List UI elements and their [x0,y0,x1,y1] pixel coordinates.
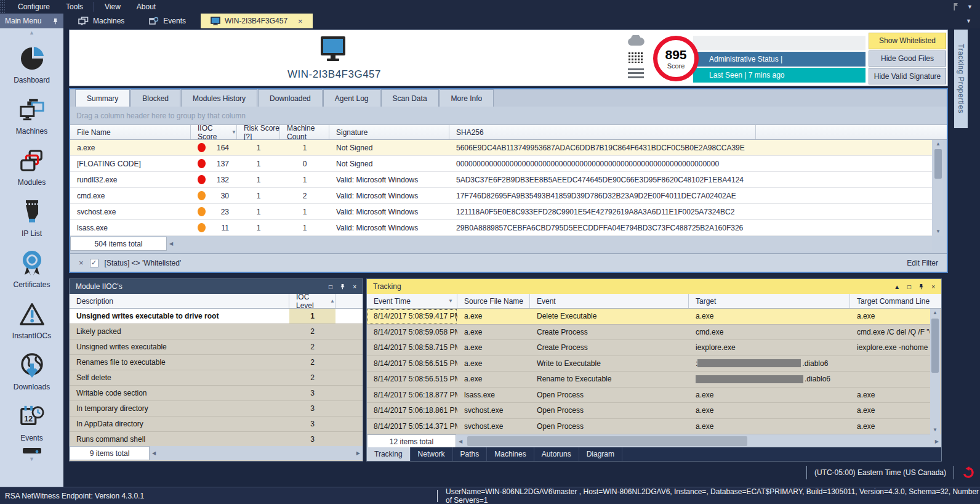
tab-machines[interactable]: Machines [68,14,134,28]
filter-checkbox[interactable]: ✓ [90,259,98,267]
table-row[interactable]: 8/14/2017 5:05:14.371 PMsvchost.exeOpen … [367,419,930,435]
maximize-icon[interactable]: □ [329,283,332,290]
scrollbar-thumb[interactable] [467,436,747,446]
column-header-file-name[interactable]: File Name [70,125,191,139]
tracking-tab-machines[interactable]: Machines [487,447,534,461]
scrollbar-thumb[interactable] [934,149,942,179]
table-row[interactable]: 8/14/2017 5:08:58.715 PMa.exeCreate Proc… [367,340,930,356]
table-row[interactable]: rundll32.exe13211Valid: Microsoft Window… [70,172,932,188]
table-row[interactable]: Writable code section3 [70,386,363,401]
sidebar-scroll-up-icon[interactable]: ▲ [29,28,34,37]
edit-filter-link[interactable]: Edit Filter [907,259,938,267]
table-row[interactable]: 8/14/2017 5:08:59.417 PMa.exeDelete Exec… [367,309,930,325]
table-row[interactable]: svchost.exe2311Valid: Microsoft Windows1… [70,204,932,220]
table-row[interactable]: Unsigned writes executable to drive root… [70,309,363,324]
scroll-left-arrow[interactable]: ◀ [456,439,465,444]
show-whitelisted-button[interactable]: Show Whitelisted [869,33,946,49]
modules-tab-modules-history[interactable]: Modules History [181,89,257,107]
scroll-right-arrow[interactable]: ▶ [933,439,941,444]
hide-good-files-button[interactable]: Hide Good Files [869,51,946,67]
main-menu-tab[interactable]: Main Menu [0,14,63,28]
administrative-status-bar[interactable]: Administrative Status | [693,52,866,67]
pin-icon[interactable] [340,283,345,290]
sidebar-item-instantiocs[interactable]: InstantIOCs [0,293,63,344]
table-row[interactable]: 8/14/2017 5:06:18.861 PMsvchost.exeOpen … [367,403,930,419]
table-row[interactable]: [FLOATING CODE]13710Not Signed0000000000… [70,156,932,172]
table-row[interactable]: Renames file to executable2 [70,355,363,370]
scroll-up-arrow[interactable]: ▲ [936,140,941,148]
sidebar-item-modules[interactable]: Modules [0,139,63,190]
tab-machine-win-2i3b4f3g457[interactable]: WIN-2I3B4F3G457 × [201,14,313,28]
table-row[interactable]: 8/14/2017 5:08:59.058 PMa.exeCreate Proc… [367,325,930,341]
collapse-icon[interactable]: ▲ [894,283,900,290]
scroll-right-arrow[interactable]: ▶ [354,450,363,456]
tracking-properties-tab[interactable]: Tracking Properties [954,30,968,128]
cloud-icon[interactable] [627,35,645,46]
tracking-tab-diagram[interactable]: Diagram [579,447,622,461]
menubar-dropdown-caret[interactable]: ▼ [967,4,973,10]
tracking-horizontal-scrollbar[interactable]: ◀ ▶ [456,434,941,449]
table-row[interactable]: 8/14/2017 5:08:56.515 PMa.exeWrite to Ex… [367,356,930,372]
group-by-bar[interactable]: Drag a column header here to group by th… [70,107,947,124]
tracking-tab-autoruns[interactable]: Autoruns [534,447,579,461]
refresh-icon[interactable] [962,466,975,479]
menu-item-about[interactable]: About [129,0,164,14]
scroll-left-arrow[interactable]: ◀ [167,241,175,246]
tab-events[interactable]: Events [139,14,196,28]
column-header-machine-count[interactable]: Machine Count [280,125,329,139]
hide-valid-signature-button[interactable]: Hide Valid Signature [869,68,946,84]
close-icon[interactable]: × [931,283,935,290]
dots-grid-icon[interactable] [628,52,644,63]
column-header-risk-score[interactable]: Risk Score [?] [237,125,280,139]
sidebar-item-ip-list[interactable]: IP List [0,190,63,242]
column-header-iioc-score[interactable]: IIOC Score▼ [191,125,237,139]
menu-item-view[interactable]: View [97,0,129,14]
sidebar-item-certificates[interactable]: Certificates [0,242,63,293]
sidebar-item-dashboard[interactable]: Dashboard [0,37,63,88]
column-header-source-file-name[interactable]: Source File Name [457,294,530,308]
modules-tab-blocked[interactable]: Blocked [131,89,180,107]
iioc-horizontal-scrollbar[interactable]: ◀▶ [150,446,363,460]
tracking-tab-tracking[interactable]: Tracking [367,447,411,461]
table-row[interactable]: 8/14/2017 5:08:56.515 PMa.exeRename to E… [367,372,930,388]
modules-vertical-scrollbar[interactable]: ▲ ▼ [933,140,943,236]
remove-filter-icon[interactable]: × [79,258,84,267]
column-header-event-time[interactable]: Event Time▼ [367,294,457,308]
hamburger-menu-icon[interactable] [628,68,644,78]
scroll-down-arrow[interactable]: ▼ [936,227,941,236]
table-row[interactable]: Runs command shell3 [70,432,363,447]
scroll-left-arrow[interactable]: ◀ [150,450,158,456]
close-icon[interactable]: × [353,283,356,290]
menu-grip-handle[interactable] [0,0,5,14]
modules-tab-downloaded[interactable]: Downloaded [258,89,323,107]
column-header-description[interactable]: Description [70,294,289,308]
scroll-down-arrow[interactable]: ▼ [933,426,938,434]
menu-item-configure[interactable]: Configure [10,0,58,14]
column-header-target-command-line[interactable]: Target Command Line [850,294,941,308]
table-row[interactable]: In temporary directory3 [70,401,363,417]
sidebar-item-events[interactable]: 12Events [0,395,63,446]
tracking-tab-paths[interactable]: Paths [453,447,488,461]
table-row[interactable]: Unsigned writes executable2 [70,339,363,355]
sidebar-item-downloads[interactable]: Downloads [0,344,63,395]
pin-icon[interactable] [918,283,924,290]
menu-item-tools[interactable]: Tools [58,0,91,14]
modules-tab-agent-log[interactable]: Agent Log [323,89,380,107]
table-row[interactable]: In AppData directory3 [70,417,363,432]
sidebar-scroll-down-icon[interactable]: ▼ [29,455,34,463]
column-header-ioc-level[interactable]: IOC Level▲ [289,294,335,308]
table-row[interactable]: cmd.exe3012Valid: Microsoft Windows17F74… [70,188,932,204]
table-row[interactable]: Self delete2 [70,370,363,386]
maximize-icon[interactable]: □ [907,283,911,290]
tracking-tab-network[interactable]: Network [411,447,453,461]
column-header-sha256[interactable]: SHA256 [449,125,756,139]
modules-tab-scan-data[interactable]: Scan Data [381,89,439,107]
column-header-event[interactable]: Event [530,294,689,308]
tabstrip-dropdown-caret[interactable]: ▼ [966,18,971,24]
modules-tab-summary[interactable]: Summary [75,89,130,107]
column-header-signature[interactable]: Signature [329,125,449,139]
close-tab-icon[interactable]: × [298,17,303,26]
pin-icon[interactable] [52,18,58,25]
sidebar-item-machines[interactable]: Machines [0,88,63,139]
column-header-target[interactable]: Target [689,294,850,308]
